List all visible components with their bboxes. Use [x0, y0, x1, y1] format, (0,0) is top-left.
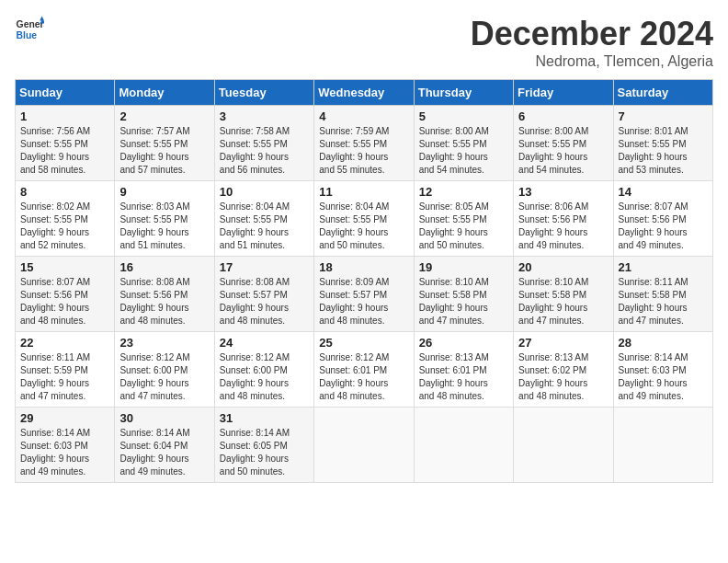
calendar-cell: 16 Sunrise: 8:08 AM Sunset: 5:56 PM Dayl… — [115, 257, 214, 332]
day-detail: Sunrise: 8:00 AM Sunset: 5:55 PM Dayligh… — [518, 125, 608, 177]
day-detail: Sunrise: 8:12 AM Sunset: 6:00 PM Dayligh… — [220, 351, 309, 403]
day-number: 14 — [619, 185, 708, 199]
calendar-week-3: 15 Sunrise: 8:07 AM Sunset: 5:56 PM Dayl… — [16, 257, 713, 332]
svg-text:Blue: Blue — [17, 30, 38, 40]
logo-icon: General Blue — [15, 15, 44, 44]
day-detail: Sunrise: 7:56 AM Sunset: 5:55 PM Dayligh… — [20, 125, 109, 177]
day-number: 30 — [119, 411, 209, 425]
day-detail: Sunrise: 8:07 AM Sunset: 5:56 PM Dayligh… — [20, 276, 109, 327]
calendar-week-4: 22 Sunrise: 8:11 AM Sunset: 5:59 PM Dayl… — [16, 332, 713, 408]
day-detail: Sunrise: 8:12 AM Sunset: 6:00 PM Dayligh… — [119, 351, 209, 403]
weekday-monday: Monday — [115, 80, 214, 106]
month-title: December 2024 — [471, 15, 713, 53]
day-number: 22 — [20, 336, 109, 350]
calendar-cell: 7 Sunrise: 8:01 AM Sunset: 5:55 PM Dayli… — [613, 106, 712, 181]
day-number: 11 — [319, 185, 408, 199]
day-detail: Sunrise: 8:14 AM Sunset: 6:03 PM Dayligh… — [619, 351, 708, 403]
calendar-cell: 4 Sunrise: 7:59 AM Sunset: 5:55 PM Dayli… — [314, 106, 414, 181]
calendar-cell: 21 Sunrise: 8:11 AM Sunset: 5:58 PM Dayl… — [613, 257, 712, 332]
logo: General Blue — [15, 15, 44, 44]
calendar-cell — [414, 408, 513, 483]
calendar-body: 1 Sunrise: 7:56 AM Sunset: 5:55 PM Dayli… — [16, 106, 713, 483]
day-number: 23 — [119, 336, 209, 350]
day-detail: Sunrise: 8:14 AM Sunset: 6:05 PM Dayligh… — [220, 427, 309, 478]
calendar-week-2: 8 Sunrise: 8:02 AM Sunset: 5:55 PM Dayli… — [16, 181, 713, 257]
calendar-cell: 2 Sunrise: 7:57 AM Sunset: 5:55 PM Dayli… — [115, 106, 214, 181]
day-number: 24 — [220, 336, 309, 350]
weekday-saturday: Saturday — [613, 80, 712, 106]
day-detail: Sunrise: 8:00 AM Sunset: 5:55 PM Dayligh… — [419, 125, 508, 177]
calendar-cell: 28 Sunrise: 8:14 AM Sunset: 6:03 PM Dayl… — [613, 332, 712, 408]
calendar-cell: 5 Sunrise: 8:00 AM Sunset: 5:55 PM Dayli… — [414, 106, 513, 181]
day-number: 8 — [20, 185, 109, 199]
calendar-cell: 24 Sunrise: 8:12 AM Sunset: 6:00 PM Dayl… — [214, 332, 313, 408]
calendar-cell: 18 Sunrise: 8:09 AM Sunset: 5:57 PM Dayl… — [314, 257, 414, 332]
day-number: 20 — [518, 260, 608, 274]
calendar-cell: 14 Sunrise: 8:07 AM Sunset: 5:56 PM Dayl… — [613, 181, 712, 257]
location-title: Nedroma, Tlemcen, Algeria — [471, 53, 713, 70]
day-detail: Sunrise: 8:06 AM Sunset: 5:56 PM Dayligh… — [518, 201, 608, 252]
calendar-cell: 23 Sunrise: 8:12 AM Sunset: 6:00 PM Dayl… — [115, 332, 214, 408]
day-detail: Sunrise: 8:13 AM Sunset: 6:02 PM Dayligh… — [518, 351, 608, 403]
day-detail: Sunrise: 8:11 AM Sunset: 5:58 PM Dayligh… — [619, 276, 708, 327]
day-number: 27 — [518, 336, 608, 350]
day-detail: Sunrise: 8:09 AM Sunset: 5:57 PM Dayligh… — [319, 276, 408, 327]
calendar-cell: 10 Sunrise: 8:04 AM Sunset: 5:55 PM Dayl… — [214, 181, 313, 257]
day-detail: Sunrise: 8:02 AM Sunset: 5:55 PM Dayligh… — [20, 201, 109, 252]
day-detail: Sunrise: 8:12 AM Sunset: 6:01 PM Dayligh… — [319, 351, 408, 403]
day-number: 28 — [619, 336, 708, 350]
day-number: 26 — [419, 336, 508, 350]
calendar-cell: 8 Sunrise: 8:02 AM Sunset: 5:55 PM Dayli… — [16, 181, 115, 257]
calendar-cell: 20 Sunrise: 8:10 AM Sunset: 5:58 PM Dayl… — [514, 257, 613, 332]
day-number: 5 — [419, 109, 508, 123]
day-number: 15 — [20, 260, 109, 274]
day-detail: Sunrise: 8:10 AM Sunset: 5:58 PM Dayligh… — [518, 276, 608, 327]
day-detail: Sunrise: 8:13 AM Sunset: 6:01 PM Dayligh… — [419, 351, 508, 403]
day-number: 6 — [518, 109, 608, 123]
day-number: 19 — [419, 260, 508, 274]
day-number: 7 — [619, 109, 708, 123]
calendar-cell: 9 Sunrise: 8:03 AM Sunset: 5:55 PM Dayli… — [115, 181, 214, 257]
day-detail: Sunrise: 8:11 AM Sunset: 5:59 PM Dayligh… — [20, 351, 109, 403]
calendar-cell: 13 Sunrise: 8:06 AM Sunset: 5:56 PM Dayl… — [514, 181, 613, 257]
day-number: 17 — [220, 260, 309, 274]
calendar-cell: 19 Sunrise: 8:10 AM Sunset: 5:58 PM Dayl… — [414, 257, 513, 332]
day-number: 12 — [419, 185, 508, 199]
day-number: 2 — [119, 109, 209, 123]
calendar-week-5: 29 Sunrise: 8:14 AM Sunset: 6:03 PM Dayl… — [16, 408, 713, 483]
day-detail: Sunrise: 8:08 AM Sunset: 5:56 PM Dayligh… — [119, 276, 209, 327]
day-number: 10 — [220, 185, 309, 199]
calendar-cell: 15 Sunrise: 8:07 AM Sunset: 5:56 PM Dayl… — [16, 257, 115, 332]
day-number: 4 — [319, 109, 408, 123]
calendar-cell: 22 Sunrise: 8:11 AM Sunset: 5:59 PM Dayl… — [16, 332, 115, 408]
day-detail: Sunrise: 7:58 AM Sunset: 5:55 PM Dayligh… — [220, 125, 309, 177]
day-number: 1 — [20, 109, 109, 123]
calendar-cell: 12 Sunrise: 8:05 AM Sunset: 5:55 PM Dayl… — [414, 181, 513, 257]
day-number: 9 — [119, 185, 209, 199]
weekday-header-row: SundayMondayTuesdayWednesdayThursdayFrid… — [16, 80, 713, 106]
calendar-cell: 6 Sunrise: 8:00 AM Sunset: 5:55 PM Dayli… — [514, 106, 613, 181]
day-detail: Sunrise: 8:04 AM Sunset: 5:55 PM Dayligh… — [319, 201, 408, 252]
calendar-cell — [613, 408, 712, 483]
day-detail: Sunrise: 8:05 AM Sunset: 5:55 PM Dayligh… — [419, 201, 508, 252]
calendar-cell: 25 Sunrise: 8:12 AM Sunset: 6:01 PM Dayl… — [314, 332, 414, 408]
calendar-cell — [514, 408, 613, 483]
day-number: 25 — [319, 336, 408, 350]
calendar-cell: 3 Sunrise: 7:58 AM Sunset: 5:55 PM Dayli… — [214, 106, 313, 181]
day-detail: Sunrise: 8:10 AM Sunset: 5:58 PM Dayligh… — [419, 276, 508, 327]
calendar-cell: 1 Sunrise: 7:56 AM Sunset: 5:55 PM Dayli… — [16, 106, 115, 181]
day-detail: Sunrise: 8:01 AM Sunset: 5:55 PM Dayligh… — [619, 125, 708, 177]
calendar-cell: 11 Sunrise: 8:04 AM Sunset: 5:55 PM Dayl… — [314, 181, 414, 257]
calendar-cell: 29 Sunrise: 8:14 AM Sunset: 6:03 PM Dayl… — [16, 408, 115, 483]
calendar-cell: 30 Sunrise: 8:14 AM Sunset: 6:04 PM Dayl… — [115, 408, 214, 483]
day-number: 21 — [619, 260, 708, 274]
day-number: 18 — [319, 260, 408, 274]
day-detail: Sunrise: 8:07 AM Sunset: 5:56 PM Dayligh… — [619, 201, 708, 252]
calendar-table: SundayMondayTuesdayWednesdayThursdayFrid… — [15, 79, 713, 483]
calendar-cell: 27 Sunrise: 8:13 AM Sunset: 6:02 PM Dayl… — [514, 332, 613, 408]
day-detail: Sunrise: 7:59 AM Sunset: 5:55 PM Dayligh… — [319, 125, 408, 177]
day-number: 13 — [518, 185, 608, 199]
weekday-sunday: Sunday — [16, 80, 115, 106]
page-header: General Blue December 2024 Nedroma, Tlem… — [15, 15, 713, 70]
day-number: 29 — [20, 411, 109, 425]
